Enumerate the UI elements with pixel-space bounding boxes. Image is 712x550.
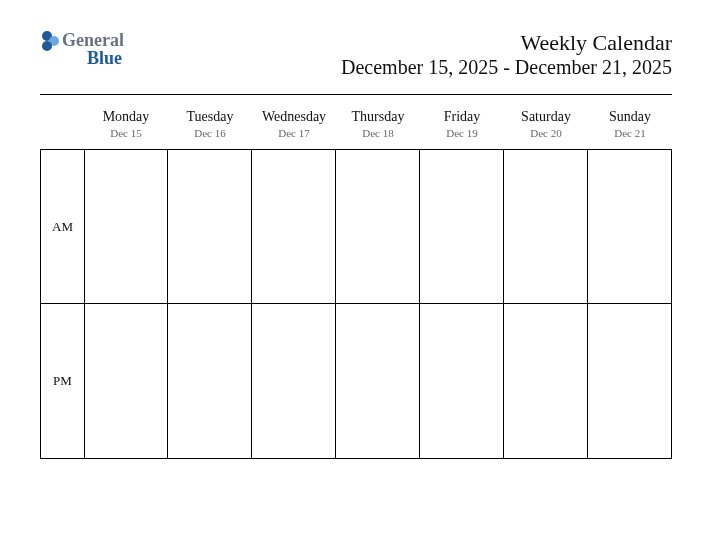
row-label-am: AM bbox=[40, 149, 84, 304]
day-name: Thursday bbox=[336, 109, 420, 125]
cell-pm-wed bbox=[252, 304, 336, 459]
day-name: Sunday bbox=[588, 109, 672, 125]
svg-point-2 bbox=[42, 41, 52, 51]
row-label-pm: PM bbox=[40, 304, 84, 459]
col-header-monday: Monday Dec 15 bbox=[84, 103, 168, 149]
cell-am-thu bbox=[336, 149, 420, 304]
cell-pm-mon bbox=[84, 304, 168, 459]
cell-pm-tue bbox=[168, 304, 252, 459]
day-name: Saturday bbox=[504, 109, 588, 125]
day-name: Wednesday bbox=[252, 109, 336, 125]
cell-pm-thu bbox=[336, 304, 420, 459]
page-title: Weekly Calendar bbox=[341, 30, 672, 56]
col-header-sunday: Sunday Dec 21 bbox=[588, 103, 672, 149]
logo-text: General Blue bbox=[62, 31, 124, 67]
col-header-tuesday: Tuesday Dec 16 bbox=[168, 103, 252, 149]
day-date: Dec 21 bbox=[588, 127, 672, 139]
logo-icon bbox=[40, 30, 60, 68]
cell-am-wed bbox=[252, 149, 336, 304]
cell-am-sun bbox=[588, 149, 672, 304]
calendar-grid: Monday Dec 15 Tuesday Dec 16 Wednesday D… bbox=[40, 103, 672, 459]
divider bbox=[40, 94, 672, 95]
day-date: Dec 19 bbox=[420, 127, 504, 139]
cell-am-fri bbox=[420, 149, 504, 304]
header-spacer bbox=[40, 103, 84, 149]
header: General Blue Weekly Calendar December 15… bbox=[40, 30, 672, 79]
cell-am-sat bbox=[504, 149, 588, 304]
date-range: December 15, 2025 - December 21, 2025 bbox=[341, 56, 672, 79]
day-date: Dec 16 bbox=[168, 127, 252, 139]
day-date: Dec 18 bbox=[336, 127, 420, 139]
cell-am-tue bbox=[168, 149, 252, 304]
day-date: Dec 20 bbox=[504, 127, 588, 139]
day-date: Dec 15 bbox=[84, 127, 168, 139]
logo: General Blue bbox=[40, 30, 124, 68]
col-header-wednesday: Wednesday Dec 17 bbox=[252, 103, 336, 149]
logo-text-top: General bbox=[62, 31, 124, 49]
day-name: Monday bbox=[84, 109, 168, 125]
cell-pm-fri bbox=[420, 304, 504, 459]
col-header-thursday: Thursday Dec 18 bbox=[336, 103, 420, 149]
cell-pm-sun bbox=[588, 304, 672, 459]
cell-am-mon bbox=[84, 149, 168, 304]
day-name: Tuesday bbox=[168, 109, 252, 125]
logo-text-bottom: Blue bbox=[87, 49, 124, 67]
day-name: Friday bbox=[420, 109, 504, 125]
cell-pm-sat bbox=[504, 304, 588, 459]
col-header-saturday: Saturday Dec 20 bbox=[504, 103, 588, 149]
day-date: Dec 17 bbox=[252, 127, 336, 139]
col-header-friday: Friday Dec 19 bbox=[420, 103, 504, 149]
title-block: Weekly Calendar December 15, 2025 - Dece… bbox=[341, 30, 672, 79]
